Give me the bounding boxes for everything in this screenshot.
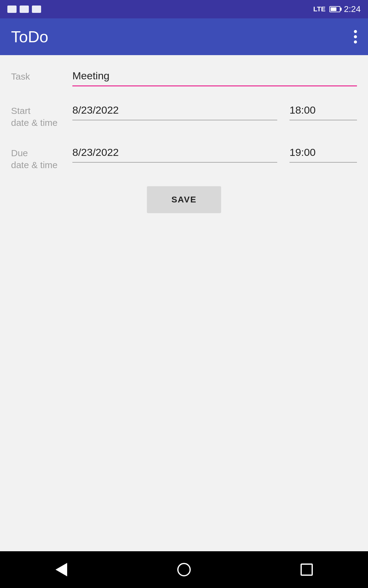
lte-icon: LTE (313, 5, 326, 13)
due-datetime-row: Duedate & time (11, 144, 357, 171)
due-fields (72, 144, 357, 163)
status-bar: LTE 2:24 (0, 0, 368, 18)
task-input-wrapper (72, 67, 357, 86)
start-date-input[interactable] (72, 102, 277, 120)
due-time-input[interactable] (289, 144, 357, 163)
nav-bar (0, 551, 368, 588)
battery-fill (331, 7, 337, 11)
sim-card-icon (7, 6, 17, 13)
notification-icon (20, 6, 29, 13)
home-icon (177, 563, 191, 576)
due-date-input[interactable] (72, 144, 277, 163)
start-date-wrapper (72, 102, 277, 120)
task-field-wrapper (72, 67, 357, 86)
task-label: Task (11, 67, 72, 82)
task-row: Task (11, 67, 357, 86)
due-label: Duedate & time (11, 144, 72, 171)
save-button-row: SAVE (11, 186, 357, 213)
start-time-wrapper (289, 102, 357, 120)
start-time-input[interactable] (289, 102, 357, 120)
start-label: Startdate & time (11, 102, 72, 129)
status-left-icons (7, 6, 41, 13)
recents-icon (301, 564, 313, 576)
content-area: Task Startdate & time Duedate & time (0, 55, 368, 551)
back-button[interactable] (49, 557, 74, 582)
save-button[interactable]: SAVE (147, 186, 221, 213)
status-right-icons: LTE 2:24 (313, 4, 361, 14)
home-button[interactable] (172, 557, 196, 582)
more-options-button[interactable] (354, 30, 357, 43)
due-date-wrapper (72, 144, 277, 163)
app-bar: ToDo (0, 18, 368, 55)
font-icon (32, 6, 41, 13)
more-dot-2 (354, 35, 357, 38)
battery-icon (329, 6, 340, 12)
app-title: ToDo (11, 28, 48, 46)
task-input[interactable] (72, 67, 357, 86)
more-dot-3 (354, 40, 357, 43)
back-icon (56, 563, 67, 576)
start-fields (72, 102, 357, 120)
due-time-wrapper (289, 144, 357, 163)
recents-button[interactable] (294, 557, 319, 582)
status-time: 2:24 (344, 4, 361, 14)
start-datetime-row: Startdate & time (11, 102, 357, 129)
more-dot-1 (354, 30, 357, 33)
